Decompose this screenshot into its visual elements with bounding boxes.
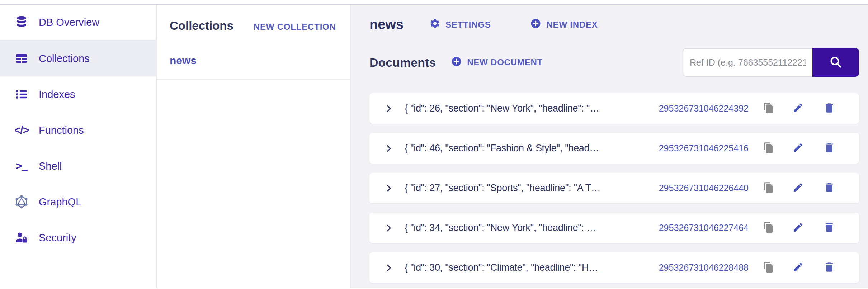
sidebar-item-functions[interactable]: </> Functions xyxy=(0,112,156,148)
plus-circle-icon xyxy=(451,56,462,69)
copy-button[interactable] xyxy=(762,142,774,155)
chevron-right-icon[interactable] xyxy=(384,223,394,233)
new-document-label: NEW DOCUMENT xyxy=(467,57,543,67)
app-window: DB Overview Collections xyxy=(0,5,868,288)
ref-search xyxy=(683,48,859,77)
sidebar-item-db-overview[interactable]: DB Overview xyxy=(0,5,156,41)
document-ref-id-link[interactable]: 295326731046228488 xyxy=(659,262,749,273)
pencil-icon xyxy=(792,102,804,115)
sidebar-item-collections[interactable]: Collections xyxy=(0,41,156,76)
new-index-button[interactable]: NEW INDEX xyxy=(530,18,598,31)
document-row[interactable]: { "id": 27, "section": "Sports", "headli… xyxy=(369,173,859,203)
collections-panel-title: Collections xyxy=(170,19,233,33)
document-json-preview: { "id": 30, "section": "Climate", "headl… xyxy=(405,262,598,273)
copy-icon xyxy=(762,181,774,195)
copy-icon xyxy=(762,142,774,155)
edit-button[interactable] xyxy=(792,182,804,194)
collection-list-item-news[interactable]: news xyxy=(157,42,350,80)
document-ref-id-link[interactable]: 295326731046227464 xyxy=(659,223,749,233)
edit-button[interactable] xyxy=(792,102,804,115)
sidebar-item-label: Shell xyxy=(39,160,62,172)
table-icon xyxy=(9,52,34,65)
document-ref-id-link[interactable]: 295326731046225416 xyxy=(659,143,749,153)
plus-circle-icon xyxy=(530,18,541,31)
edit-button[interactable] xyxy=(792,261,804,274)
edit-button[interactable] xyxy=(792,142,804,155)
delete-button[interactable] xyxy=(823,181,835,195)
document-json-preview: { "id": 34, "section": "New York", "head… xyxy=(405,222,596,233)
sidebar-item-security[interactable]: Security xyxy=(0,220,156,256)
new-document-button[interactable]: NEW DOCUMENT xyxy=(451,56,543,69)
new-index-label: NEW INDEX xyxy=(546,20,598,30)
document-json-preview: { "id": 46, "section": "Fashion & Style"… xyxy=(405,143,599,154)
trash-icon xyxy=(823,261,835,274)
document-json-preview: { "id": 26, "section": "New York", "head… xyxy=(405,103,599,114)
list-icon xyxy=(9,87,34,101)
search-button[interactable] xyxy=(812,48,859,77)
edit-button[interactable] xyxy=(792,222,804,234)
pencil-icon xyxy=(792,182,804,194)
terminal-icon: >_ xyxy=(9,160,34,172)
copy-button[interactable] xyxy=(762,102,774,115)
pencil-icon xyxy=(792,261,804,274)
copy-icon xyxy=(762,102,774,115)
top-bar xyxy=(0,0,868,5)
copy-button[interactable] xyxy=(762,261,774,274)
delete-button[interactable] xyxy=(823,102,835,115)
search-icon xyxy=(829,55,843,70)
sidebar-item-graphql[interactable]: GraphQL xyxy=(0,184,156,220)
copy-button[interactable] xyxy=(762,221,774,234)
database-icon xyxy=(9,15,34,29)
gear-icon xyxy=(429,18,440,31)
document-json-preview: { "id": 27, "section": "Sports", "headli… xyxy=(405,183,601,194)
copy-button[interactable] xyxy=(762,181,774,195)
chevron-right-icon[interactable] xyxy=(384,104,394,114)
pencil-icon xyxy=(792,222,804,234)
document-list: { "id": 26, "section": "New York", "head… xyxy=(369,93,859,283)
copy-icon xyxy=(762,221,774,234)
trash-icon xyxy=(823,102,835,115)
delete-button[interactable] xyxy=(823,142,835,155)
trash-icon xyxy=(823,221,835,234)
pencil-icon xyxy=(792,142,804,155)
sidebar-item-label: GraphQL xyxy=(39,196,81,208)
user-lock-icon xyxy=(9,231,34,245)
settings-label: SETTINGS xyxy=(445,20,491,30)
document-ref-id-link[interactable]: 295326731046224392 xyxy=(659,103,749,114)
document-row[interactable]: { "id": 46, "section": "Fashion & Style"… xyxy=(369,133,859,164)
copy-icon xyxy=(762,261,774,274)
document-row[interactable]: { "id": 26, "section": "New York", "head… xyxy=(369,93,859,124)
ref-id-search-input[interactable] xyxy=(683,48,812,77)
sidebar-item-label: Security xyxy=(39,232,76,244)
sidebar-item-label: DB Overview xyxy=(39,16,99,28)
code-icon: </> xyxy=(9,124,34,136)
sidebar-item-label: Indexes xyxy=(39,89,75,100)
sidebar-item-shell[interactable]: >_ Shell xyxy=(0,148,156,184)
main-content: news SETTINGS NEW INDEX Documents NEW xyxy=(351,5,868,288)
document-row[interactable]: { "id": 30, "section": "Climate", "headl… xyxy=(369,252,859,283)
sidebar-item-indexes[interactable]: Indexes xyxy=(0,76,156,112)
sidebar-item-label: Collections xyxy=(39,53,90,65)
graphql-icon xyxy=(9,195,34,209)
collections-panel: Collections NEW COLLECTION news xyxy=(157,5,351,288)
collection-title: news xyxy=(369,17,404,32)
chevron-right-icon[interactable] xyxy=(384,263,394,273)
sidebar: DB Overview Collections xyxy=(0,5,157,288)
document-ref-id-link[interactable]: 295326731046226440 xyxy=(659,183,749,193)
sidebar-item-label: Functions xyxy=(39,124,84,136)
delete-button[interactable] xyxy=(823,261,835,274)
trash-icon xyxy=(823,142,835,155)
documents-title: Documents xyxy=(369,56,436,70)
document-row[interactable]: { "id": 34, "section": "New York", "head… xyxy=(369,213,859,243)
delete-button[interactable] xyxy=(823,221,835,234)
settings-button[interactable]: SETTINGS xyxy=(429,18,491,31)
chevron-right-icon[interactable] xyxy=(384,183,394,193)
trash-icon xyxy=(823,181,835,195)
new-collection-button[interactable]: NEW COLLECTION xyxy=(254,22,336,32)
chevron-right-icon[interactable] xyxy=(384,143,394,153)
